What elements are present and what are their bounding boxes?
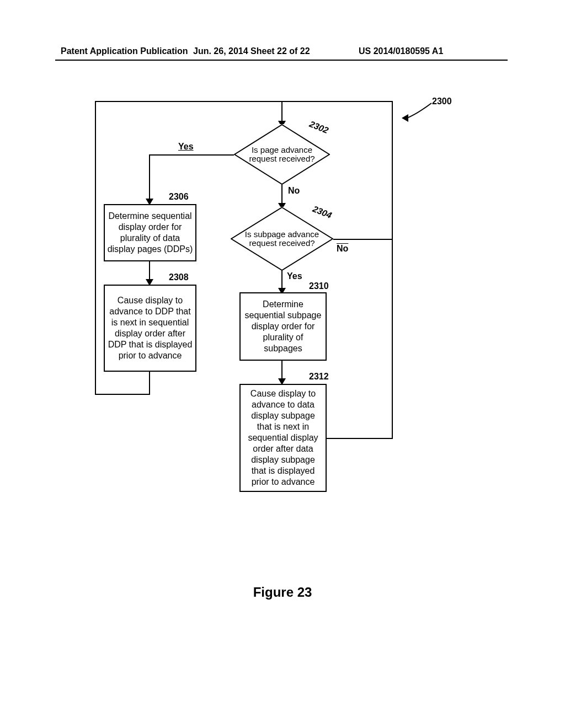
box-2310-text: Determine sequential subpage display ord… xyxy=(243,299,323,354)
box-2306-ref: 2306 xyxy=(169,192,189,202)
decision-2304-yes: Yes xyxy=(287,271,302,281)
flowline xyxy=(95,101,282,102)
header-rule xyxy=(55,60,508,61)
header-center: Jun. 26, 2014 Sheet 22 of 22 xyxy=(193,46,310,56)
box-2306: Determine sequential display order for p… xyxy=(104,204,196,261)
flowline xyxy=(149,154,150,200)
flowline xyxy=(333,239,393,240)
flowline xyxy=(281,361,282,379)
flowline xyxy=(392,101,393,439)
page: Patent Application Publication Jun. 26, … xyxy=(0,0,565,728)
flowline xyxy=(95,101,96,395)
header-left: Patent Application Publication xyxy=(61,46,188,56)
decision-2302-text: Is page advance request received? xyxy=(234,124,330,185)
pointer-arrowhead xyxy=(402,114,408,122)
flowline xyxy=(149,372,150,394)
diagram-ref-2300: 2300 xyxy=(432,97,452,106)
header-right: US 2014/0180595 A1 xyxy=(359,46,443,56)
box-2312-text: Cause display to advance to data display… xyxy=(243,388,323,488)
decision-2304: Is subpage advance request received? xyxy=(231,207,333,271)
decision-2304-no: No xyxy=(337,244,348,254)
decision-2302-yes: Yes xyxy=(178,142,194,152)
box-2306-text: Determine sequential display order for p… xyxy=(107,211,193,255)
flowline xyxy=(281,101,282,122)
flowline xyxy=(95,394,150,395)
pointer-line xyxy=(408,102,433,121)
flowline xyxy=(281,270,282,289)
flowline xyxy=(149,261,150,280)
box-2310: Determine sequential subpage display ord… xyxy=(239,292,327,361)
box-2312: Cause display to advance to data display… xyxy=(239,384,327,492)
box-2308-text: Cause display to advance to DDP that is … xyxy=(107,295,193,361)
decision-2304-text: Is subpage advance request received? xyxy=(231,207,333,271)
flowline xyxy=(281,101,393,102)
box-2308: Cause display to advance to DDP that is … xyxy=(104,285,196,372)
decision-2302-no: No xyxy=(288,186,300,196)
box-2312-ref: 2312 xyxy=(309,372,329,382)
flowline xyxy=(281,185,282,204)
figure-label: Figure 23 xyxy=(0,585,565,600)
decision-2302: Is page advance request received? xyxy=(234,124,330,185)
box-2308-ref: 2308 xyxy=(169,272,189,282)
flowline xyxy=(327,438,393,439)
box-2310-ref: 2310 xyxy=(309,281,329,291)
flowline xyxy=(149,154,234,156)
